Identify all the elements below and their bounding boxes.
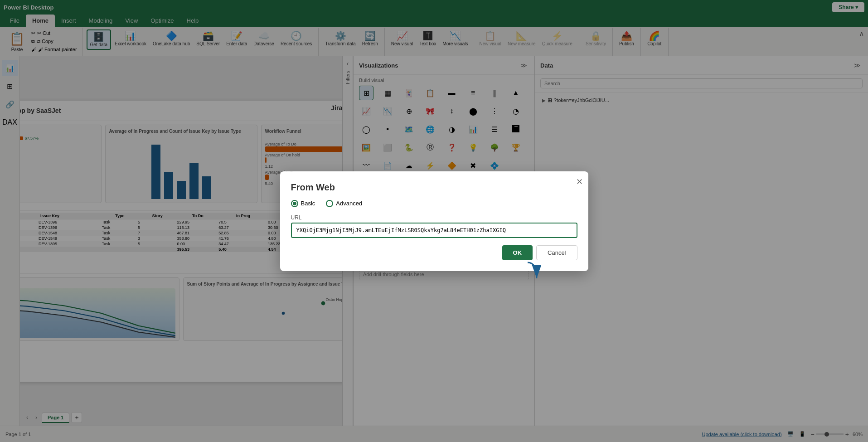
cancel-button[interactable]: Cancel — [536, 245, 577, 260]
radio-basic[interactable]: Basic — [291, 200, 315, 207]
url-label: URL — [291, 214, 577, 221]
radio-advanced[interactable]: Advanced — [326, 200, 362, 207]
modal-actions: OK Cancel — [291, 245, 577, 260]
from-web-dialog: ✕ From Web Basic Advanced URL OK Cancel — [280, 171, 588, 271]
modal-title: From Web — [291, 182, 577, 193]
modal-overlay: ✕ From Web Basic Advanced URL OK Cancel — [0, 0, 868, 442]
arrow-indicator — [514, 260, 541, 287]
ok-button[interactable]: OK — [502, 245, 533, 260]
modal-close-button[interactable]: ✕ — [576, 177, 583, 187]
radio-group: Basic Advanced — [291, 200, 577, 207]
url-input[interactable] — [291, 223, 577, 238]
